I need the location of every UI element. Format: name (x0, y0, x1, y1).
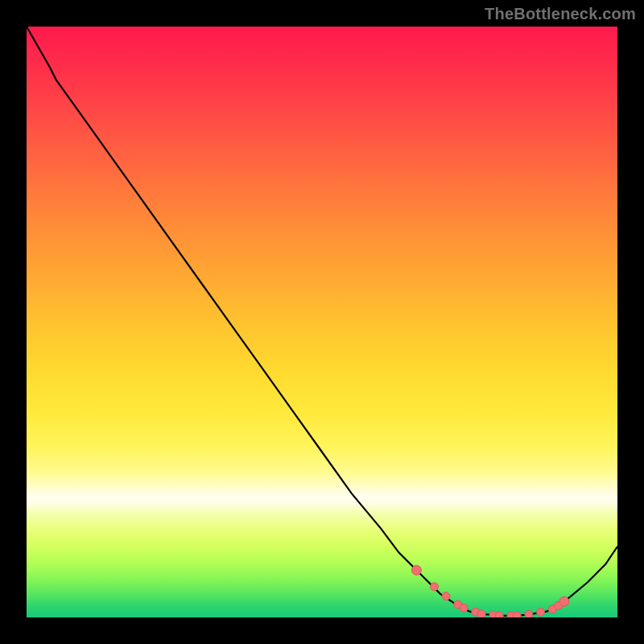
chart-stage: TheBottleneck.com (0, 0, 644, 644)
watermark-text: TheBottleneck.com (485, 5, 636, 23)
plot-background-gradient (27, 27, 617, 617)
